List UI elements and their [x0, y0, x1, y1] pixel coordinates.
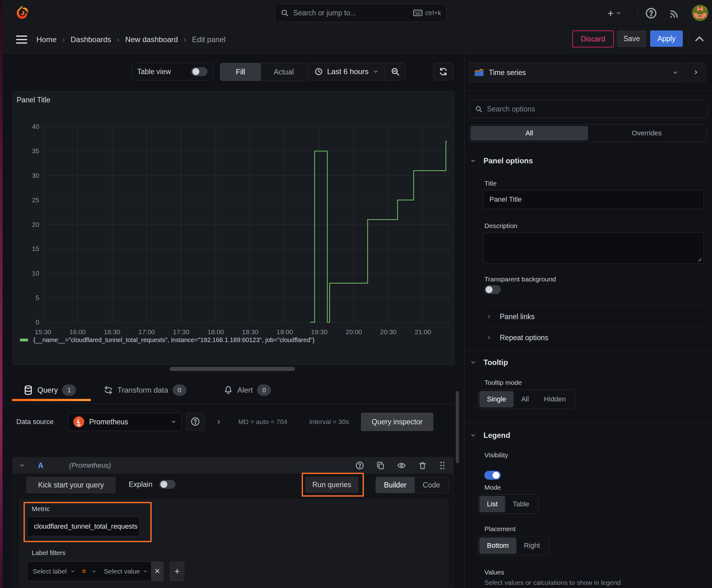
label-filter-value-select[interactable]: Select value	[99, 562, 151, 581]
chevron-down-icon	[171, 419, 176, 425]
chevron-down-icon	[470, 158, 476, 164]
chevron-right-icon	[487, 314, 492, 319]
svg-text:15: 15	[32, 245, 39, 252]
svg-text:40: 40	[32, 123, 39, 130]
visualization-picker[interactable]: Time series	[469, 63, 684, 82]
run-queries-button[interactable]: Run queries	[305, 477, 358, 492]
legend-header[interactable]: Legend	[470, 431, 510, 440]
legend-item[interactable]: {__name__="cloudflared_tunnel_total_requ…	[20, 336, 315, 344]
add-button[interactable]: +	[607, 6, 621, 21]
tab-transform-label: Transform data	[117, 386, 168, 395]
chevron-down-icon	[470, 433, 476, 438]
table-view-toggle[interactable]	[191, 67, 208, 76]
description-textarea[interactable]	[483, 232, 704, 264]
tooltip-mode-single[interactable]: Single	[479, 391, 514, 407]
legend-mode-list[interactable]: List	[479, 496, 505, 512]
eye-icon[interactable]	[397, 461, 406, 470]
legend-mode-switch: List Table	[478, 495, 538, 514]
panel-links-section[interactable]: Panel links	[487, 310, 535, 323]
tab-alert-label: Alert	[237, 386, 253, 395]
datasource-help-icon[interactable]	[186, 413, 204, 430]
metric-select[interactable]: cloudflared_tunnel_total_requests	[27, 517, 140, 536]
time-range-group: Last 6 hours	[308, 63, 406, 80]
help-icon[interactable]	[644, 6, 658, 20]
search-placeholder: Search or jump to...	[293, 9, 356, 17]
breadcrumb-dashboards[interactable]: Dashboards	[71, 35, 111, 44]
chevron-down-icon	[470, 360, 476, 365]
tooltip-mode-hidden[interactable]: Hidden	[537, 391, 574, 407]
tab-transform[interactable]: Transform data 0	[104, 381, 187, 400]
global-search[interactable]: Search or jump to... ctrl+k	[275, 4, 447, 22]
zoom-out-icon[interactable]	[385, 63, 405, 80]
bell-icon	[223, 385, 233, 395]
avatar[interactable]	[692, 5, 708, 21]
breadcrumb-home[interactable]: Home	[37, 35, 57, 44]
fill-option[interactable]: Fill	[220, 63, 261, 81]
legend-mode-label: Mode	[484, 484, 501, 491]
actual-option[interactable]: Actual	[261, 63, 307, 81]
tab-overrides[interactable]: Overrides	[588, 126, 706, 141]
drag-handle-icon[interactable]	[439, 461, 446, 470]
legend-values-label: Values	[484, 569, 504, 576]
scrollbar-thumb[interactable]	[456, 391, 459, 463]
data-source-picker[interactable]: Prometheus	[68, 413, 182, 431]
legend-visibility-toggle[interactable]	[484, 471, 501, 480]
panel-options-header[interactable]: Panel options	[470, 156, 533, 165]
trash-icon[interactable]	[418, 461, 427, 470]
legend-placement-right[interactable]: Right	[516, 538, 547, 554]
menu-icon[interactable]	[15, 33, 28, 46]
label-filter-label-select[interactable]: Select label	[27, 562, 79, 581]
grafana-logo[interactable]	[14, 4, 31, 21]
save-button[interactable]: Save	[617, 30, 646, 47]
chevron-up-icon[interactable]	[693, 33, 706, 45]
breadcrumb-edit-panel: Edit panel	[192, 35, 226, 44]
svg-text:30: 30	[32, 172, 39, 179]
news-icon[interactable]	[667, 6, 681, 20]
tooltip-mode-all[interactable]: All	[514, 391, 536, 407]
transparent-background-toggle[interactable]	[484, 285, 501, 294]
breadcrumb-new-dashboard[interactable]: New dashboard	[125, 35, 178, 44]
time-range-label: Last 6 hours	[327, 67, 369, 76]
query-help-icon[interactable]	[355, 461, 364, 470]
table-view-control: Table view	[132, 63, 213, 80]
panel-title[interactable]: Panel Title	[17, 96, 50, 104]
query-row-header[interactable]: A (Prometheus)	[13, 457, 453, 474]
timeseries-viz-icon	[474, 69, 484, 76]
duplicate-icon[interactable]	[376, 461, 385, 470]
time-range-picker[interactable]: Last 6 hours	[308, 63, 385, 80]
remove-filter-button[interactable]: ✕	[151, 562, 164, 581]
repeat-options-section[interactable]: Repeat options	[487, 331, 548, 344]
apply-button[interactable]: Apply	[650, 30, 683, 47]
all-overrides-tabs: All Overrides	[469, 124, 707, 142]
options-search[interactable]: Search options	[469, 100, 708, 118]
tab-all[interactable]: All	[471, 126, 588, 141]
svg-text:10: 10	[32, 270, 39, 277]
tab-query[interactable]: Query 1	[24, 381, 76, 400]
legend-placement-label: Placement	[484, 525, 516, 533]
explain-toggle[interactable]	[159, 480, 175, 489]
prometheus-icon	[73, 416, 85, 428]
discard-button[interactable]: Discard	[572, 30, 614, 47]
chevron-down-icon	[143, 569, 148, 574]
kickstart-query-button[interactable]: Kick start your query	[26, 477, 115, 493]
legend-placement-bottom[interactable]: Bottom	[479, 538, 516, 554]
builder-option[interactable]: Builder	[376, 477, 415, 493]
resize-handle-icon	[697, 257, 702, 261]
collapse-options-chevron-icon[interactable]	[214, 417, 224, 427]
panel-resize-handle[interactable]	[170, 367, 295, 371]
svg-text:19:30: 19:30	[311, 328, 328, 335]
refresh-icon[interactable]	[433, 63, 453, 80]
label-filter-operator-select[interactable]: =	[78, 562, 99, 581]
breadcrumb-separator: ›	[62, 35, 65, 45]
collapse-pane-button[interactable]	[686, 63, 706, 82]
code-option[interactable]: Code	[415, 477, 448, 493]
legend-mode-table[interactable]: Table	[505, 496, 537, 512]
tooltip-mode-label: Tooltip mode	[484, 379, 522, 386]
add-filter-button[interactable]: +	[170, 562, 184, 581]
query-inspector-button[interactable]: Query inspector	[361, 413, 433, 431]
svg-text:5: 5	[36, 294, 39, 301]
tab-alert[interactable]: Alert 0	[223, 381, 271, 400]
tooltip-header[interactable]: Tooltip	[470, 358, 508, 367]
chevron-down-icon	[672, 69, 678, 76]
title-input[interactable]: Panel Title	[483, 190, 704, 209]
